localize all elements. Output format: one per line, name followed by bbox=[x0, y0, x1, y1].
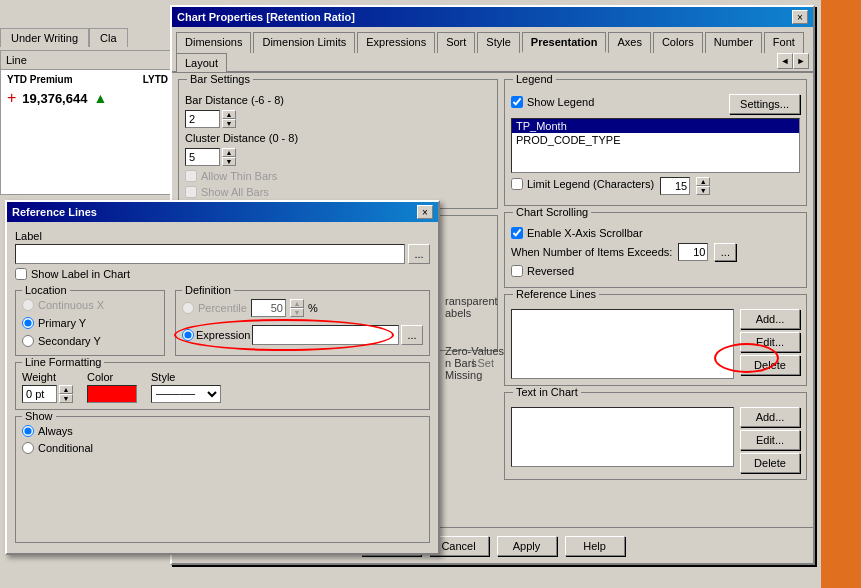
transparent-label: ransparent bbox=[445, 295, 498, 307]
window-close-button[interactable]: × bbox=[792, 10, 808, 24]
show-label-in-chart-checkbox[interactable] bbox=[15, 268, 27, 280]
legend-group: Legend Show Legend Settings... TP_Month … bbox=[504, 79, 807, 206]
text-chart-title: Text in Chart bbox=[513, 386, 581, 398]
label-input[interactable] bbox=[15, 244, 405, 264]
ref-lines-edit-button[interactable]: Edit... bbox=[740, 332, 800, 352]
location-definition-row: Location Continuous X Primary Y Secondar… bbox=[15, 290, 430, 356]
bar-distance-up[interactable]: ▲ bbox=[222, 110, 236, 119]
color-swatch[interactable] bbox=[87, 385, 137, 403]
window-title: Chart Properties [Retention Ratio] bbox=[177, 11, 355, 23]
show-legend-checkbox[interactable] bbox=[511, 96, 523, 108]
when-exceeds-browse[interactable]: ... bbox=[714, 243, 736, 261]
ref-lines-add-button[interactable]: Add... bbox=[740, 309, 800, 329]
cluster-distance-up[interactable]: ▲ bbox=[222, 148, 236, 157]
window-titlebar: Chart Properties [Retention Ratio] × bbox=[172, 7, 813, 27]
tab-layout[interactable]: Layout bbox=[176, 53, 227, 72]
label-section: Label ... Show Label in Chart bbox=[15, 230, 430, 284]
percentile-up[interactable]: ▲ bbox=[290, 299, 304, 308]
bar-settings-group: Bar Settings Bar Distance (-6 - 8) ▲ ▼ C… bbox=[178, 79, 498, 209]
allow-thin-bars-checkbox[interactable] bbox=[185, 170, 197, 182]
bar-distance-label: Bar Distance (-6 - 8) bbox=[185, 94, 284, 106]
percentile-radio[interactable] bbox=[182, 302, 194, 314]
show-title: Show bbox=[22, 410, 56, 422]
tab-cla[interactable]: Cla bbox=[89, 28, 128, 47]
chart-label: Line bbox=[1, 51, 174, 70]
tab-font[interactable]: Font bbox=[764, 32, 804, 53]
text-chart-add-button[interactable]: Add... bbox=[740, 407, 800, 427]
ref-dialog-close-button[interactable]: × bbox=[417, 205, 433, 219]
when-exceeds-input[interactable] bbox=[678, 243, 708, 261]
percentile-input[interactable] bbox=[251, 299, 286, 317]
expression-radio[interactable] bbox=[182, 329, 194, 341]
continuous-x-label: Continuous X bbox=[38, 299, 104, 311]
when-exceeds-label: When Number of Items Exceeds: bbox=[511, 246, 672, 258]
bar-distance-down[interactable]: ▼ bbox=[222, 119, 236, 128]
tab-style[interactable]: Style bbox=[477, 32, 519, 53]
ref-lines-group: Reference Lines Add... Edit... Delete bbox=[504, 294, 807, 386]
cluster-distance-down[interactable]: ▼ bbox=[222, 157, 236, 166]
limit-legend-input[interactable] bbox=[660, 177, 690, 195]
conditional-radio[interactable] bbox=[22, 442, 34, 454]
reversed-checkbox[interactable] bbox=[511, 265, 523, 277]
style-select[interactable]: ───── - - - - · · · · bbox=[151, 385, 221, 403]
show-all-bars-checkbox[interactable] bbox=[185, 186, 197, 198]
legend-settings-button[interactable]: Settings... bbox=[729, 94, 800, 114]
tab-axes[interactable]: Axes bbox=[608, 32, 650, 53]
text-chart-edit-button[interactable]: Edit... bbox=[740, 430, 800, 450]
limit-legend-down[interactable]: ▼ bbox=[696, 186, 710, 195]
tab-colors[interactable]: Colors bbox=[653, 32, 703, 53]
help-button[interactable]: Help bbox=[565, 536, 625, 556]
weight-down[interactable]: ▼ bbox=[59, 394, 73, 403]
weight-input[interactable] bbox=[22, 385, 57, 403]
tab-expressions[interactable]: Expressions bbox=[357, 32, 435, 53]
secondary-y-radio[interactable] bbox=[22, 335, 34, 347]
tab-dimension-limits[interactable]: Dimension Limits bbox=[253, 32, 355, 53]
apply-button[interactable]: Apply bbox=[497, 536, 557, 556]
percentile-down[interactable]: ▼ bbox=[290, 308, 304, 317]
expand-icon: + bbox=[7, 89, 16, 107]
primary-y-radio[interactable] bbox=[22, 317, 34, 329]
label-section-title: Label bbox=[15, 230, 430, 242]
ref-dialog-titlebar: Reference Lines × bbox=[7, 202, 438, 222]
lytd-label: LYTD bbox=[143, 74, 168, 85]
tab-next-button[interactable]: ► bbox=[793, 53, 809, 69]
expression-input[interactable] bbox=[252, 325, 399, 345]
text-chart-list[interactable] bbox=[511, 407, 734, 467]
zero-values-label: Zero-Values bbox=[445, 345, 504, 357]
tab-underwriting[interactable]: Under Writing bbox=[0, 28, 89, 47]
n-bars-label: n Bars bbox=[445, 357, 504, 369]
tab-strip: Dimensions Dimension Limits Expressions … bbox=[172, 27, 813, 73]
ref-lines-delete-button[interactable]: Delete bbox=[740, 355, 800, 375]
bar-settings-title: Bar Settings bbox=[187, 73, 253, 85]
tab-dimensions[interactable]: Dimensions bbox=[176, 32, 251, 53]
up-arrow-icon: ▲ bbox=[93, 90, 107, 106]
chart-scrolling-group: Chart Scrolling Enable X-Axis Scrollbar … bbox=[504, 212, 807, 288]
percentile-label: Percentile bbox=[198, 302, 247, 314]
text-chart-delete-button[interactable]: Delete bbox=[740, 453, 800, 473]
style-label: Style bbox=[151, 371, 221, 383]
line-formatting-box: Line Formatting Weight ▲ ▼ Color bbox=[15, 362, 430, 410]
missing-label: Missing bbox=[445, 369, 504, 381]
cluster-distance-input[interactable] bbox=[185, 148, 220, 166]
label-browse-button[interactable]: ... bbox=[408, 244, 430, 264]
cluster-distance-label: Cluster Distance (0 - 8) bbox=[185, 132, 298, 144]
legend-list[interactable]: TP_Month PROD_CODE_TYPE bbox=[511, 118, 800, 173]
show-box: Show Always Conditional bbox=[15, 416, 430, 543]
tab-number[interactable]: Number bbox=[705, 32, 762, 53]
tab-presentation[interactable]: Presentation bbox=[522, 32, 607, 53]
always-radio[interactable] bbox=[22, 425, 34, 437]
legend-item-1[interactable]: PROD_CODE_TYPE bbox=[512, 133, 799, 147]
legend-item-0[interactable]: TP_Month bbox=[512, 119, 799, 133]
tab-prev-button[interactable]: ◄ bbox=[777, 53, 793, 69]
limit-legend-up[interactable]: ▲ bbox=[696, 177, 710, 186]
ref-lines-list[interactable] bbox=[511, 309, 734, 379]
tab-sort[interactable]: Sort bbox=[437, 32, 475, 53]
continuous-x-radio[interactable] bbox=[22, 299, 34, 311]
limit-legend-checkbox[interactable] bbox=[511, 178, 523, 190]
allow-thin-bars-label: Allow Thin Bars bbox=[201, 170, 277, 182]
expression-browse-button[interactable]: ... bbox=[401, 325, 423, 345]
enable-scrollbar-checkbox[interactable] bbox=[511, 227, 523, 239]
bar-distance-input[interactable] bbox=[185, 110, 220, 128]
definition-box: Definition Percentile ▲ ▼ % Expression .… bbox=[175, 290, 430, 356]
weight-up[interactable]: ▲ bbox=[59, 385, 73, 394]
